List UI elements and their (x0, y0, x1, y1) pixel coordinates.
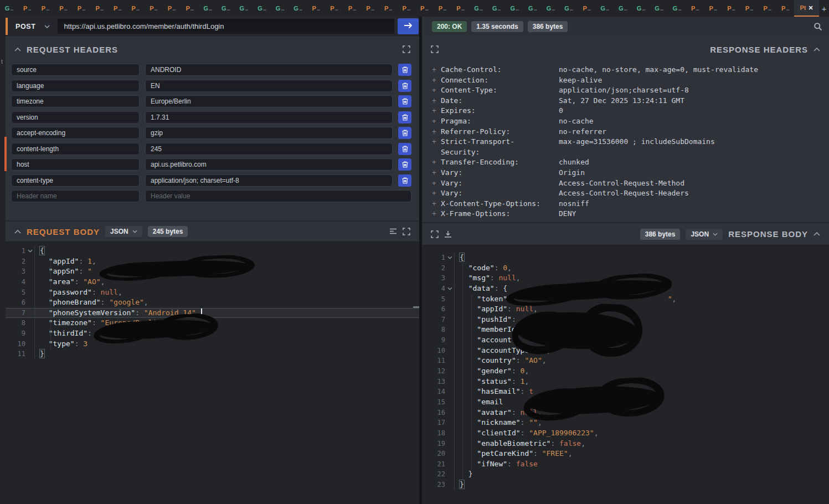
request-body-editor[interactable]: 1{2"appId": 1,3"appSn": "4"area": "AO",5… (6, 241, 419, 504)
request-tab-post[interactable]: P... (379, 0, 397, 17)
header-name-input[interactable] (11, 190, 140, 202)
request-tab-get[interactable]: G... (559, 0, 578, 17)
request-tab-active[interactable]: Pt✕ (794, 0, 819, 17)
expand-fullscreen-icon[interactable] (403, 228, 410, 235)
collapse-section-icon[interactable] (813, 48, 820, 52)
delete-header-button[interactable] (398, 64, 411, 76)
request-tab-post[interactable]: P... (109, 0, 127, 17)
request-tab-post[interactable]: P... (126, 0, 145, 17)
header-name-input[interactable] (11, 64, 140, 76)
header-value-input[interactable] (145, 158, 393, 171)
expand-fullscreen-icon[interactable] (431, 230, 439, 238)
expand-header-icon[interactable]: + (432, 209, 441, 219)
request-tab-post[interactable]: P... (704, 0, 722, 17)
expand-header-icon[interactable]: + (432, 85, 441, 96)
header-name-input[interactable] (11, 95, 140, 107)
delete-header-button[interactable] (398, 95, 411, 107)
header-value-input[interactable] (145, 95, 393, 107)
request-tab-post[interactable]: P... (36, 0, 54, 17)
request-tab-get[interactable]: G... (650, 0, 668, 17)
expand-header-icon[interactable]: + (432, 188, 441, 199)
request-tab-get[interactable]: G... (614, 0, 632, 17)
request-tab-post[interactable]: P... (145, 0, 163, 17)
expand-header-icon[interactable]: + (432, 75, 441, 86)
expand-header-icon[interactable]: + (432, 137, 441, 157)
request-tab-get[interactable]: G... (668, 0, 686, 17)
request-tab-get[interactable]: G... (253, 0, 271, 17)
delete-header-button[interactable] (398, 158, 411, 171)
request-tab-post[interactable]: P... (578, 0, 596, 17)
request-tab-get[interactable]: G... (632, 0, 650, 17)
request-tab-get[interactable]: G... (523, 0, 542, 17)
request-tab-post[interactable]: P... (90, 0, 109, 17)
request-tab-get[interactable]: G... (235, 0, 253, 17)
delete-header-button[interactable] (398, 80, 411, 92)
request-tab-post[interactable]: P... (776, 0, 795, 17)
request-tab-post[interactable]: P... (72, 0, 90, 17)
expand-fullscreen-icon[interactable] (431, 45, 439, 53)
request-tab-post[interactable]: P... (686, 0, 704, 17)
header-name-input[interactable] (11, 158, 140, 171)
header-value-input[interactable] (145, 143, 393, 155)
delete-header-button[interactable] (398, 111, 411, 124)
request-tab-get[interactable]: G... (0, 0, 18, 17)
request-tab-get[interactable]: G... (469, 0, 487, 17)
delete-header-button[interactable] (398, 127, 411, 139)
editor-scrollbar[interactable] (413, 306, 419, 308)
response-body-editor[interactable]: 1{2"code": 0,3"msg": null,4"data": {5"to… (422, 245, 829, 504)
body-format-select[interactable]: JSON (105, 226, 142, 237)
header-name-input[interactable] (11, 111, 140, 124)
header-value-input[interactable] (145, 190, 411, 202)
header-value-input[interactable] (145, 80, 393, 92)
header-name-input[interactable] (11, 143, 140, 155)
request-tab-post[interactable]: P... (361, 0, 379, 17)
header-name-input[interactable] (11, 80, 140, 92)
expand-header-icon[interactable]: + (432, 106, 441, 116)
request-tab-post[interactable]: P... (758, 0, 776, 17)
expand-header-icon[interactable]: + (432, 157, 441, 168)
request-tab-get[interactable]: G... (289, 0, 307, 17)
delete-header-button[interactable] (398, 174, 411, 187)
request-tab-post[interactable]: P... (325, 0, 343, 17)
expand-header-icon[interactable]: + (432, 178, 441, 189)
expand-header-icon[interactable]: + (432, 65, 441, 75)
request-tab-post[interactable]: P... (433, 0, 451, 17)
request-tab-post[interactable]: P... (451, 0, 470, 17)
expand-header-icon[interactable]: + (432, 199, 441, 209)
search-icon[interactable] (813, 22, 822, 31)
send-request-button[interactable] (398, 18, 419, 34)
request-tab-get[interactable]: G... (199, 0, 217, 17)
expand-fullscreen-icon[interactable] (403, 45, 410, 53)
delete-header-button[interactable] (398, 143, 411, 155)
expand-header-icon[interactable]: + (432, 116, 441, 127)
url-input[interactable] (58, 19, 394, 34)
request-tab-post[interactable]: P... (343, 0, 361, 17)
collapse-section-icon[interactable] (14, 48, 21, 52)
format-body-icon[interactable] (389, 228, 397, 235)
request-tab-get[interactable]: G... (271, 0, 289, 17)
header-value-input[interactable] (145, 111, 393, 124)
request-tab-post[interactable]: P... (18, 0, 37, 17)
expand-header-icon[interactable]: + (432, 168, 441, 178)
request-tab-post[interactable]: P... (162, 0, 181, 17)
method-selector[interactable]: POST (9, 23, 58, 30)
request-tab-post[interactable]: P... (181, 0, 199, 17)
fold-chevron-icon[interactable] (445, 256, 454, 259)
header-value-input[interactable] (145, 64, 393, 76)
request-tab-get[interactable]: G... (542, 0, 560, 17)
header-value-input[interactable] (145, 127, 393, 139)
request-tab-get[interactable]: G... (487, 0, 506, 17)
header-name-input[interactable] (11, 174, 140, 187)
request-tab-get[interactable]: G... (217, 0, 235, 17)
request-tab-post[interactable]: P... (722, 0, 740, 17)
close-tab-icon[interactable]: ✕ (809, 4, 813, 12)
expand-header-icon[interactable]: + (432, 127, 441, 137)
download-body-icon[interactable] (444, 230, 452, 238)
body-format-select[interactable]: JSON (686, 229, 723, 240)
request-tab-post[interactable]: P... (307, 0, 325, 17)
request-tab-get[interactable]: G... (596, 0, 614, 17)
new-tab-button[interactable]: + (819, 0, 829, 17)
expand-header-icon[interactable]: + (432, 96, 441, 106)
collapse-section-icon[interactable] (813, 232, 820, 236)
request-tab-post[interactable]: P... (415, 0, 434, 17)
